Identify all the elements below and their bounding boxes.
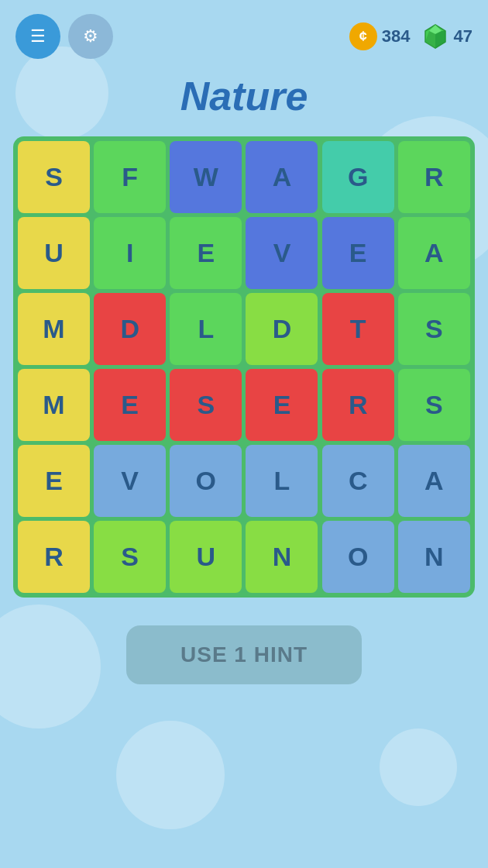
grid-cell[interactable]: D [94,293,166,365]
grid-cell[interactable]: R [398,141,470,213]
grid-cell[interactable]: S [18,141,90,213]
grid-cell[interactable]: S [94,521,166,593]
grid-cell[interactable]: E [94,369,166,441]
menu-icon: ☰ [30,26,46,46]
title-area: Nature [0,73,488,119]
grid-cell[interactable]: V [94,445,166,517]
gem-count: 47 [454,26,473,46]
grid-cell[interactable]: W [170,141,242,213]
grid-cell[interactable]: S [170,369,242,441]
grid-cell[interactable]: E [246,369,318,441]
coin-score: ¢ 384 [349,22,411,50]
grid-cell[interactable]: O [170,445,242,517]
grid-cell[interactable]: L [246,445,318,517]
game-title: Nature [180,74,308,119]
header: ☰ ⚙ ¢ 384 47 [0,0,488,59]
grid-cell[interactable]: G [322,141,394,213]
letter-grid: SFWAGRUIEVEAMDLDTSMESERSEVOLCARSUNON [18,141,470,593]
coin-icon: ¢ [349,22,377,50]
grid-cell[interactable]: C [322,445,394,517]
header-right-scores: ¢ 384 47 [349,22,473,50]
grid-cell[interactable]: A [398,217,470,289]
gem-icon [421,22,449,50]
grid-cell[interactable]: N [246,521,318,593]
grid-cell[interactable]: S [398,293,470,365]
gem-score: 47 [421,22,473,50]
grid-cell[interactable]: R [18,521,90,593]
grid-cell[interactable]: E [170,217,242,289]
grid-cell[interactable]: U [170,521,242,593]
grid-cell[interactable]: S [398,369,470,441]
settings-button[interactable]: ⚙ [68,14,113,59]
settings-icon: ⚙ [83,26,98,46]
grid-cell[interactable]: E [322,217,394,289]
menu-button[interactable]: ☰ [15,14,60,59]
grid-cell[interactable]: A [398,445,470,517]
grid-cell[interactable]: L [170,293,242,365]
grid-cell[interactable]: E [18,445,90,517]
grid-cell[interactable]: F [94,141,166,213]
grid-cell[interactable]: M [18,293,90,365]
grid-cell[interactable]: V [246,217,318,289]
grid-cell[interactable]: D [246,293,318,365]
coin-count: 384 [382,26,411,46]
grid-cell[interactable]: U [18,217,90,289]
grid-container: SFWAGRUIEVEAMDLDTSMESERSEVOLCARSUNON [13,136,475,598]
header-left-buttons: ☰ ⚙ [15,14,113,59]
grid-cell[interactable]: M [18,369,90,441]
hint-button[interactable]: USE 1 HINT [126,625,362,684]
grid-cell[interactable]: R [322,369,394,441]
grid-cell[interactable]: O [322,521,394,593]
grid-cell[interactable]: A [246,141,318,213]
grid-cell[interactable]: T [322,293,394,365]
grid-cell[interactable]: I [94,217,166,289]
grid-cell[interactable]: N [398,521,470,593]
hint-area: USE 1 HINT [0,625,488,684]
